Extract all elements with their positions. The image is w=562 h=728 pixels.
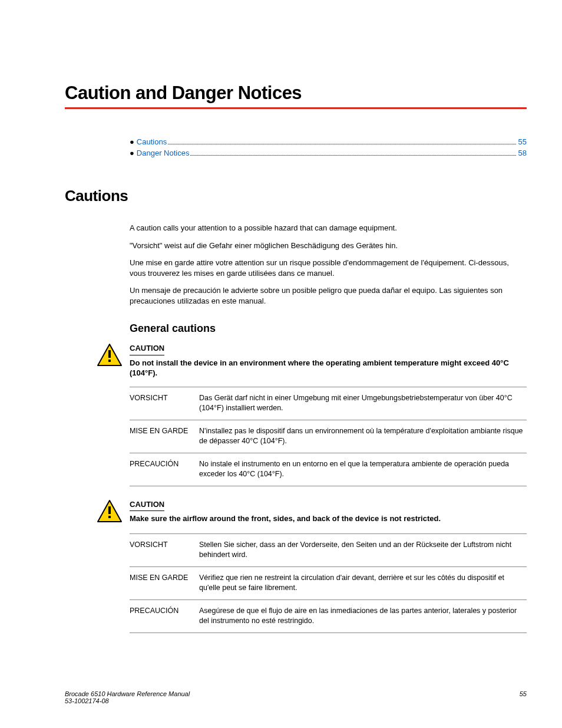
lang-label-fr: MISE EN GARDE [130, 573, 199, 594]
caution-label: CAUTION [130, 343, 164, 355]
section-heading-cautions: Cautions [65, 187, 527, 205]
toc-link-danger[interactable]: Danger Notices [137, 149, 190, 157]
svg-rect-2 [108, 360, 111, 362]
table-row: MISE EN GARDE N'installez pas le disposi… [130, 420, 527, 453]
lang-label-fr: MISE EN GARDE [130, 426, 199, 447]
svg-rect-1 [108, 350, 111, 358]
toc-page-danger[interactable]: 58 [518, 149, 527, 157]
caution-message: Make sure the airflow around the front, … [130, 513, 527, 524]
lang-label-de: VORSICHT [130, 393, 199, 414]
footer-manual-title: Brocade 6510 Hardware Reference Manual [65, 690, 190, 697]
toc-bullet: ● [130, 137, 134, 146]
caution-label: CAUTION [130, 499, 164, 512]
lang-label-de: VORSICHT [130, 540, 199, 561]
table-row: VORSICHT Stellen Sie sicher, dass an der… [130, 534, 527, 567]
toc-leader [168, 144, 515, 144]
title-rule [65, 107, 527, 109]
intro-paragraph-es: Un mensaje de precaución le advierte sob… [130, 285, 527, 306]
footer-doc-number: 53-1002174-08 [65, 697, 190, 704]
warning-triangle-icon [97, 343, 123, 378]
toc-page-cautions[interactable]: 55 [518, 137, 527, 146]
intro-paragraph-fr: Une mise en garde attire votre attention… [130, 258, 527, 278]
lang-label-es: PRECAUCIÓN [130, 606, 199, 627]
toc-leader [190, 155, 515, 156]
svg-rect-4 [108, 506, 111, 514]
page-footer: Brocade 6510 Hardware Reference Manual 5… [65, 690, 527, 704]
table-row: PRECAUCIÓN No instale el instrumento en … [130, 453, 527, 486]
subsection-heading-general: General cautions [130, 322, 527, 335]
lang-text-es: No instale el instrumento en un entorno … [199, 459, 527, 480]
lang-text-de: Das Gerät darf nicht in einer Umgebung m… [199, 393, 527, 414]
intro-paragraph-de: "Vorsicht" weist auf die Gefahr einer mö… [130, 241, 527, 251]
table-row: PRECAUCIÓN Asegúrese de que el flujo de … [130, 600, 527, 633]
warning-triangle-icon [97, 499, 123, 525]
toc-bullet: ● [130, 149, 134, 157]
chapter-toc: ● Cautions 55 ● Danger Notices 58 [130, 137, 527, 157]
caution-message: Do not install the device in an environm… [130, 358, 527, 378]
lang-text-fr: Vérifiez que rien ne restreint la circul… [199, 573, 527, 594]
footer-page-number: 55 [520, 690, 527, 704]
toc-link-cautions[interactable]: Cautions [137, 137, 167, 146]
caution1-translations: VORSICHT Das Gerät darf nicht in einer U… [130, 387, 527, 486]
caution2-translations: VORSICHT Stellen Sie sicher, dass an der… [130, 533, 527, 633]
lang-text-es: Asegúrese de que el flujo de aire en las… [199, 606, 527, 627]
intro-paragraph-en: A caution calls your attention to a poss… [130, 223, 527, 233]
lang-text-de: Stellen Sie sicher, dass an der Vorderse… [199, 540, 527, 561]
lang-text-fr: N'installez pas le dispositif dans un en… [199, 426, 527, 447]
table-row: MISE EN GARDE Vérifiez que rien ne restr… [130, 567, 527, 600]
chapter-title: Caution and Danger Notices [65, 83, 527, 104]
table-row: VORSICHT Das Gerät darf nicht in einer U… [130, 387, 527, 420]
lang-label-es: PRECAUCIÓN [130, 459, 199, 480]
svg-rect-5 [108, 516, 111, 518]
